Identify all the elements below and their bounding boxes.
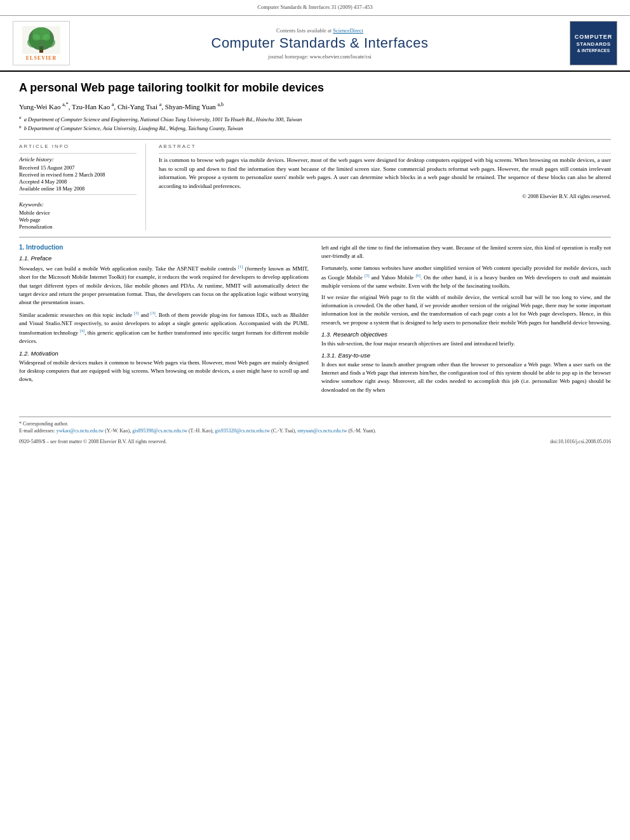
- csi-logo-line3: & INTERFACES: [577, 48, 610, 53]
- keywords-label: Keywords:: [19, 201, 137, 208]
- footer-bottom: 0920-5489/$ – see front matter © 2008 El…: [19, 439, 611, 444]
- body-right-para-2: Fortunately, some famous websites have a…: [321, 264, 611, 290]
- revised-date: Received in revised form 2 March 2008: [19, 171, 137, 178]
- subsection-1-2-title: 1.2. Motivation: [19, 350, 309, 357]
- journal-citation: Computer Standards & Interfaces 31 (2009…: [13, 4, 617, 10]
- email-link-2[interactable]: gis895390@cs.nctu.edu.tw: [132, 428, 187, 434]
- subsection-1-3-1-title: 1.3.1. Easy-to-use: [321, 352, 611, 359]
- banner: ELSEVIER Contents lists available at Sci…: [0, 16, 630, 72]
- corresponding-note: * Corresponding author.: [19, 421, 611, 427]
- article-info-column: ARTICLE INFO Article history: Received 1…: [19, 143, 146, 230]
- csi-logo-line2: STANDARDS: [576, 41, 610, 47]
- article-title: A personal Web page tailoring toolkit fo…: [19, 81, 611, 95]
- abstract-copyright: © 2008 Elsevier B.V. All rights reserved…: [159, 193, 611, 199]
- history-label: Article history:: [19, 156, 137, 163]
- doi-line: doi:10.1016/j.csi.2008.05.016: [550, 439, 611, 444]
- article-footer: * Corresponding author. E-mail addresses…: [19, 417, 611, 444]
- info-abstract-row: ARTICLE INFO Article history: Received 1…: [19, 143, 611, 230]
- subsection-1-1-title: 1.1. Preface: [19, 255, 309, 262]
- accepted-date: Accepted 4 May 2008: [19, 178, 137, 185]
- csi-logo-line1: COMPUTER: [575, 34, 613, 40]
- affiliation-b: b b Department of Computer Science, Asia…: [19, 124, 611, 133]
- body-right-column: left and right all the time to find the …: [321, 244, 611, 397]
- article-info-header: ARTICLE INFO: [19, 143, 137, 149]
- abstract-header: ABSTRACT: [159, 143, 611, 149]
- body-right-para-4: In this sub-section, the four major rese…: [321, 340, 611, 348]
- email-link-3[interactable]: gis935320@cs.nctu.edu.tw: [215, 428, 270, 434]
- csi-logo: COMPUTER STANDARDS & INTERFACES: [570, 21, 617, 65]
- email-link-1[interactable]: ywkao@cs.nctu.edu.tw: [57, 428, 104, 434]
- section-1-title: 1. Introduction: [19, 244, 309, 251]
- article-content: A personal Web page tailoring toolkit fo…: [0, 72, 630, 453]
- body-para-3: Widespread of mobile devices makes it co…: [19, 359, 309, 384]
- journal-header: Computer Standards & Interfaces 31 (2009…: [0, 0, 630, 16]
- sciencedirect-link[interactable]: ScienceDirect: [333, 27, 363, 34]
- email-addresses: E-mail addresses: ywkao@cs.nctu.edu.tw (…: [19, 428, 611, 434]
- keyword-1: Mobile device: [19, 210, 137, 216]
- elsevier-logo: ELSEVIER: [13, 21, 70, 65]
- body-columns: 1. Introduction 1.1. Preface Nowadays, w…: [19, 244, 611, 397]
- contents-available-line: Contents lists available at ScienceDirec…: [70, 27, 570, 34]
- elsevier-brand: ELSEVIER: [26, 55, 57, 61]
- affiliations: a a Department of Computer Science and E…: [19, 114, 611, 133]
- body-para-1: Nowadays, we can build a mobile Web appl…: [19, 263, 309, 307]
- available-date: Available online 18 May 2008: [19, 185, 137, 192]
- issn-line: 0920-5489/$ – see front matter © 2008 El…: [19, 439, 167, 444]
- svg-point-6: [32, 34, 40, 41]
- body-right-para-3: If we resize the original Web page to fi…: [321, 293, 611, 327]
- received-date: Received 15 August 2007: [19, 164, 137, 171]
- divider-1: [19, 139, 611, 140]
- keyword-2: Web page: [19, 217, 137, 223]
- svg-point-7: [43, 34, 50, 41]
- body-left-column: 1. Introduction 1.1. Preface Nowadays, w…: [19, 244, 309, 397]
- email-label: E-mail addresses:: [19, 428, 55, 434]
- keyword-3: Personalization: [19, 223, 137, 230]
- body-right-para-5: It does not make sense to launch another…: [321, 361, 611, 394]
- info-divider-2: [19, 194, 137, 195]
- journal-homepage-link[interactable]: www.elsevier.com/locate/csi: [310, 53, 372, 60]
- authors-line: Yung-Wei Kao a,*, Tzu-Han Kao a, Chi-Yan…: [19, 102, 611, 110]
- journal-title-center: Contents lists available at ScienceDirec…: [70, 27, 570, 60]
- affiliation-a: a a Department of Computer Science and E…: [19, 114, 611, 124]
- subsection-1-3-title: 1.3. Research objectives: [321, 331, 611, 338]
- body-para-2: Similar academic researches on this topi…: [19, 310, 309, 346]
- info-divider: [19, 153, 137, 154]
- journal-main-title: Computer Standards & Interfaces: [70, 35, 570, 51]
- abstract-divider: [159, 153, 611, 154]
- body-divider: [19, 237, 611, 237]
- body-right-para-1: left and right all the time to find the …: [321, 244, 611, 260]
- abstract-column: ABSTRACT It is common to browse web page…: [159, 143, 611, 230]
- journal-homepage: journal homepage: www.elsevier.com/locat…: [70, 53, 570, 60]
- abstract-text: It is common to browse web pages via mob…: [159, 156, 611, 190]
- email-link-4[interactable]: smyuan@cs.nctu.edu.tw: [297, 428, 347, 434]
